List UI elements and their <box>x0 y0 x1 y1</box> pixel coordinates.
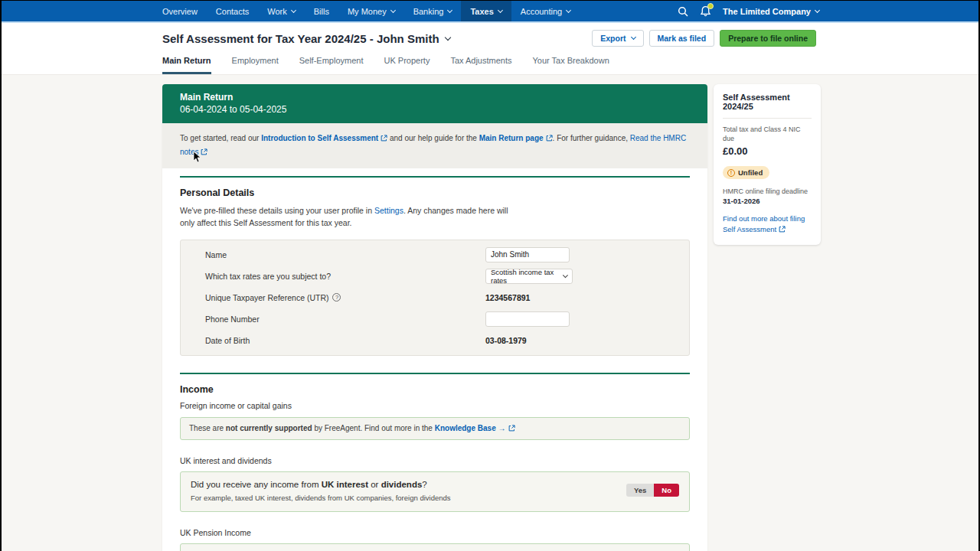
settings-link[interactable]: Settings <box>374 206 403 215</box>
uk-interest-dividends-label: UK interest and dividends <box>180 456 690 465</box>
header-actions: Export Mark as filed Prepare to file onl… <box>592 30 816 47</box>
mark-as-filed-label: Mark as filed <box>658 34 707 43</box>
tab-main-return[interactable]: Main Return <box>162 56 211 74</box>
company-switcher[interactable]: The Limited Company <box>723 7 819 16</box>
knowledge-base-link[interactable]: Knowledge Base → <box>435 424 506 432</box>
nav-item-taxes[interactable]: Taxes <box>461 1 511 21</box>
personal-details-form: Name Which tax rates are you subject to?… <box>180 240 690 356</box>
foreign-income-label: Foreign income or capital gains <box>180 401 690 410</box>
utr-value: 1234567891 <box>485 293 530 302</box>
tab-self-employment[interactable]: Self-Employment <box>299 56 364 74</box>
nav-item-overview[interactable]: Overview <box>153 1 207 21</box>
form-row-dob: Date of Birth 03-08-1979 <box>205 330 665 351</box>
chevron-down-icon <box>390 7 396 12</box>
name-input[interactable] <box>485 247 570 262</box>
tab-uk-property[interactable]: UK Property <box>384 56 430 74</box>
section-divider <box>180 176 690 178</box>
question-text: ? <box>422 480 426 489</box>
external-link-icon <box>381 133 387 146</box>
nav-item-my-money[interactable]: My Money <box>338 1 404 21</box>
notifications-bell-icon[interactable] <box>700 5 711 17</box>
top-navigation: Overview Contacts Work Bills My Money Ba… <box>2 1 978 23</box>
deadline-label: HMRC online filing deadline <box>723 187 812 195</box>
deadline-date: 31-01-2026 <box>723 197 812 205</box>
prepare-to-file-button[interactable]: Prepare to file online <box>720 30 816 47</box>
form-row-phone: Phone Number <box>205 308 665 330</box>
external-link-icon <box>201 147 207 160</box>
mark-as-filed-button[interactable]: Mark as filed <box>649 30 715 47</box>
phone-input[interactable] <box>485 311 570 327</box>
nav-label: Bills <box>314 7 329 16</box>
main-return-banner: Main Return 06-04-2024 to 05-04-2025 <box>162 84 707 123</box>
company-name: The Limited Company <box>723 7 811 16</box>
prepare-label: Prepare to file online <box>728 34 808 43</box>
section-divider <box>180 373 690 374</box>
uk-interest-yes-no-toggle: Yes No <box>626 484 679 497</box>
intro-link-main-return-page[interactable]: Main Return page <box>479 134 544 142</box>
banner-title: Main Return <box>180 92 690 103</box>
nav-item-work[interactable]: Work <box>258 1 304 21</box>
description-text: We've pre-filled these details using you… <box>180 206 374 215</box>
form-row-utr: Unique Taxpayer Reference (UTR) ? 123456… <box>205 287 665 308</box>
uk-interest-question: Did you receive any income from UK inter… <box>191 480 679 489</box>
search-icon[interactable] <box>678 6 688 17</box>
form-row-tax-rates: Which tax rates are you subject to? Scot… <box>205 266 665 287</box>
uk-interest-question-box: Did you receive any income from UK inter… <box>180 471 690 512</box>
banner-period: 06-04-2024 to 05-04-2025 <box>180 104 690 115</box>
intro-text: and our help guide for the <box>387 134 479 142</box>
tax-rates-select[interactable]: Scottish income tax rates <box>485 269 573 284</box>
tab-tax-adjustments[interactable]: Tax Adjustments <box>450 56 511 74</box>
external-link-icon <box>546 133 553 146</box>
name-label: Name <box>205 250 485 259</box>
status-badge-text: Unfiled <box>738 168 763 177</box>
app-window: Overview Contacts Work Bills My Money Ba… <box>2 1 978 551</box>
external-link-icon <box>508 425 515 433</box>
filing-info-link[interactable]: Find out more about filing Self Assessme… <box>723 214 812 235</box>
nav-label: My Money <box>348 7 387 16</box>
nav-label: Contacts <box>216 7 249 16</box>
chevron-down-icon <box>291 7 296 12</box>
no-button[interactable]: No <box>654 484 679 497</box>
self-assessment-summary-card: Self Assessment 2024/25 Total tax and Cl… <box>714 84 821 245</box>
nav-item-banking[interactable]: Banking <box>404 1 462 21</box>
tab-employment[interactable]: Employment <box>232 56 279 74</box>
tab-your-tax-breakdown[interactable]: Your Tax Breakdown <box>532 56 609 74</box>
page-title[interactable]: Self Assessment for Tax Year 2024/25 - J… <box>162 32 450 45</box>
help-icon[interactable]: ? <box>332 293 341 302</box>
notice-text: These are <box>189 424 226 432</box>
question-bold-text: UK interest <box>322 480 368 489</box>
uk-pension-income-label: UK Pension Income <box>180 528 690 537</box>
utr-label-text: Unique Taxpayer Reference (UTR) <box>205 293 328 302</box>
question-text: Did you receive any income from <box>191 480 322 489</box>
chevron-down-icon <box>498 7 503 12</box>
notice-bold-text: not currently supported <box>226 424 312 432</box>
intro-text: To get started, read our <box>180 134 261 142</box>
yes-button[interactable]: Yes <box>626 484 654 497</box>
intro-help-box: To get started, read our Introduction to… <box>162 123 707 168</box>
nav-item-contacts[interactable]: Contacts <box>207 1 258 21</box>
export-button[interactable]: Export <box>592 30 643 47</box>
external-link-icon <box>779 225 786 235</box>
uk-pension-question-box: Did you receive any pensions, annuities,… <box>180 543 690 551</box>
notification-badge <box>707 3 714 9</box>
summary-heading: Self Assessment 2024/25 <box>723 93 812 119</box>
chevron-down-icon <box>630 34 635 40</box>
dob-value: 03-08-1979 <box>485 336 527 345</box>
filing-info-link-text: Find out more about filing Self Assessme… <box>723 214 805 233</box>
page-header: Self Assessment for Tax Year 2024/25 - J… <box>2 23 978 75</box>
chevron-down-icon <box>563 272 568 278</box>
chevron-down-icon <box>815 7 820 12</box>
nav-label: Overview <box>162 7 198 16</box>
tax-rates-label: Which tax rates are you subject to? <box>205 272 485 281</box>
personal-details-heading: Personal Details <box>180 187 690 198</box>
nav-item-bills[interactable]: Bills <box>305 1 338 21</box>
nav-item-accounting[interactable]: Accounting <box>511 1 580 21</box>
alert-icon: ! <box>727 169 735 177</box>
intro-link-self-assessment[interactable]: Introduction to Self Assessment <box>261 134 378 142</box>
nav-label: Taxes <box>470 7 493 16</box>
summary-sidebar: Self Assessment 2024/25 Total tax and Cl… <box>714 84 821 245</box>
intro-text: . For further guidance, <box>553 134 630 142</box>
income-heading: Income <box>180 384 690 395</box>
status-badge: ! Unfiled <box>723 166 769 179</box>
personal-details-description: We've pre-filled these details using you… <box>180 204 517 230</box>
